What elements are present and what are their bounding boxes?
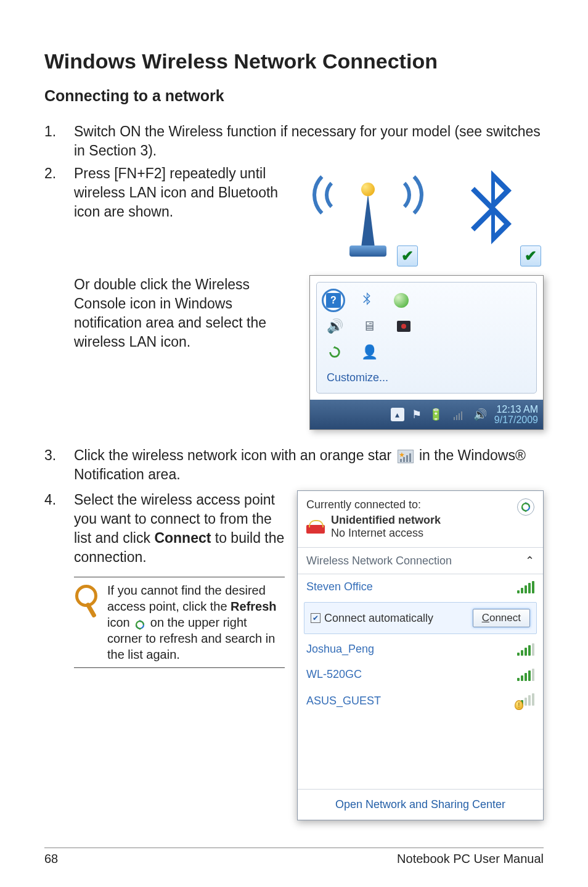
wifi-network-name: Joshua_Peng <box>306 643 374 656</box>
wireless-console-highlight-circle: ? <box>322 289 345 312</box>
wifi-network-name: ASUS_GUEST <box>306 695 381 708</box>
network-tray-icon[interactable] <box>450 408 466 421</box>
connect-automatically-checkbox[interactable]: ✔ Connect automatically <box>311 612 433 625</box>
chevron-up-icon[interactable]: ⌃ <box>525 554 534 567</box>
step-1-number: 1. <box>44 122 74 160</box>
sync-tray-icon[interactable] <box>325 343 344 361</box>
step-2-number: 2. <box>44 164 74 183</box>
wireless-section-label: Wireless Network Connection <box>306 555 452 567</box>
step-3-text-a: Click the wireless network icon with an … <box>74 447 396 463</box>
step-2-text: Press [FN+F2] repeatedly until wireless … <box>74 164 303 269</box>
bluetooth-tray-icon[interactable] <box>357 291 376 310</box>
wifi-connect-panel: ✔ Connect automatically Connect <box>304 602 537 634</box>
wifi-network-item[interactable]: WL-520GC <box>298 662 543 687</box>
router-icon <box>306 520 325 534</box>
bluetooth-icon-figure: ✔ <box>439 164 544 269</box>
wireless-console-icon[interactable]: ? <box>326 293 341 308</box>
magnifier-icon <box>74 584 101 618</box>
volume-tray-icon[interactable]: 🔊 <box>325 317 344 336</box>
wlan-icon-figure: ✔ <box>316 164 420 269</box>
page-footer: 68 Notebook PC User Manual <box>44 848 544 866</box>
wifi-network-item[interactable]: Joshua_Peng <box>298 637 543 662</box>
note-text: If you cannot find the desired access po… <box>107 582 285 662</box>
step-4-connect-word: Connect <box>154 530 211 546</box>
shield-icon: ! <box>515 700 523 710</box>
user-tray-icon[interactable]: 👤 <box>360 343 378 361</box>
taskbar-time: 12:13 AM <box>494 404 538 415</box>
refresh-icon <box>134 618 145 629</box>
monitor-tray-icon[interactable]: 🖥 <box>360 317 378 336</box>
no-internet-label: No Internet access <box>331 527 441 540</box>
connect-button-accel: C <box>482 612 489 624</box>
step-1-text: Switch ON the Wireless function if neces… <box>74 122 544 160</box>
note-box: If you cannot find the desired access po… <box>74 577 285 668</box>
volume-taskbar-icon[interactable]: 🔊 <box>473 408 487 421</box>
power-tray-icon[interactable]: 🔋 <box>429 408 443 421</box>
step-4-text: Select the wireless access point you wan… <box>74 490 285 567</box>
bluetooth-icon <box>457 170 525 263</box>
signal-strength-icon <box>517 669 534 681</box>
note-text-b: icon <box>107 616 133 629</box>
signal-strength-icon <box>517 581 534 593</box>
antivirus-tray-icon[interactable] <box>392 291 410 310</box>
wifi-network-item[interactable]: ASUS_GUEST ! <box>298 687 543 715</box>
step-3-text: Click the wireless network icon with an … <box>74 446 544 484</box>
wifi-network-name: WL-520GC <box>306 668 362 681</box>
customize-link[interactable]: Customize... <box>325 369 528 386</box>
signal-strength-icon: ! <box>517 693 534 709</box>
connect-button[interactable]: Connect <box>473 609 530 627</box>
open-network-center-link[interactable]: Open Network and Sharing Center <box>298 789 543 820</box>
taskbar: ▴ ⚑ 🔋 🔊 12:13 AM 9/17/2009 <box>310 400 543 429</box>
currently-connected-label: Currently connected to: <box>306 498 441 511</box>
wifi-network-item[interactable]: Steven Office <box>298 574 543 600</box>
taskbar-clock[interactable]: 12:13 AM 9/17/2009 <box>494 404 538 426</box>
step-3-number: 3. <box>44 446 74 465</box>
notification-tray-figure: ? 🔊 🖥 👤 Cus <box>309 275 544 430</box>
section-title: Connecting to a network <box>44 87 544 105</box>
note-refresh-word: Refresh <box>231 600 276 613</box>
step-4-number: 4. <box>44 490 74 567</box>
app-tray-icon[interactable] <box>394 317 413 336</box>
refresh-button[interactable] <box>517 498 534 516</box>
connect-automatically-label: Connect automatically <box>324 612 433 625</box>
check-icon: ✔ <box>520 245 541 266</box>
step-2-alt-text: Or double click the Wireless Console ico… <box>74 275 298 430</box>
page-number: 68 <box>44 852 58 866</box>
wifi-network-name: Steven Office <box>306 580 373 593</box>
flag-tray-icon[interactable]: ⚑ <box>412 408 422 421</box>
page-title: Windows Wireless Network Connection <box>44 49 544 73</box>
wifi-networks-popup: Currently connected to: Unidentified net… <box>297 490 544 820</box>
connect-button-rest: onnect <box>489 612 521 624</box>
unidentified-network-label: Unidentified network <box>331 514 441 527</box>
check-icon: ✔ <box>397 245 418 266</box>
taskbar-date: 9/17/2009 <box>494 415 538 426</box>
checkbox-icon: ✔ <box>311 613 321 623</box>
network-star-icon: ★ <box>398 450 414 463</box>
manual-title: Notebook PC User Manual <box>397 852 544 866</box>
signal-strength-icon <box>517 643 534 656</box>
tray-expand-icon[interactable]: ▴ <box>391 408 404 421</box>
